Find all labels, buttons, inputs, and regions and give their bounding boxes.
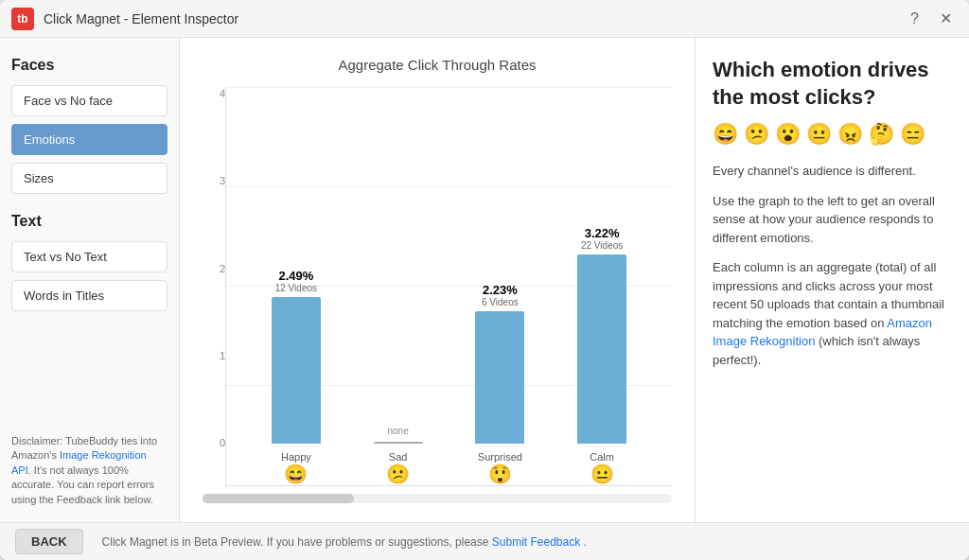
app-logo: tb	[11, 8, 34, 30]
main-chart-area: Aggregate Click Through Rates 0 1 2 3 4	[180, 38, 695, 522]
text-section-title: Text	[11, 213, 167, 230]
titlebar: tb Click Magnet - Element Inspector ? ✕	[0, 0, 969, 38]
bar-calm	[577, 254, 626, 444]
bar-group-calm: 3.22% 22 Videos Calm 😐	[577, 226, 626, 485]
y-axis: 0 1 2 3 4	[203, 88, 225, 486]
help-button[interactable]: ?	[905, 8, 925, 29]
back-button[interactable]: BACK	[15, 529, 83, 554]
bar-label-calm: 3.22% 22 Videos	[581, 226, 623, 251]
bar-label-sad: none	[388, 426, 409, 438]
submit-feedback-link[interactable]: Submit Feedback	[492, 535, 580, 549]
chart-title: Aggregate Click Through Rates	[203, 57, 672, 73]
bar-group-sad: none Sad 😕	[374, 426, 423, 485]
sidebar-disclaimer: Disclaimer: TubeBuddy ties into Amazon's…	[11, 434, 167, 507]
scrollbar-thumb[interactable]	[203, 494, 354, 503]
bar-bottom-calm: Calm 😐	[590, 451, 614, 485]
sizes-button[interactable]: Sizes	[11, 163, 167, 194]
emoji-angry: 😠	[837, 122, 863, 147]
bar-bottom-surprised: Surprised 😲	[478, 451, 522, 485]
bars-row: 2.49% 12 Videos Happy 😄	[226, 88, 672, 485]
bar-sad	[374, 442, 423, 444]
emoji-surprised: 😮	[775, 122, 801, 147]
bar-bottom-happy: Happy 😄	[281, 451, 311, 485]
faces-section-title: Faces	[11, 57, 167, 74]
text-vs-notext-button[interactable]: Text vs No Text	[11, 241, 167, 272]
bar-surprised	[475, 311, 524, 444]
main-window: tb Click Magnet - Element Inspector ? ✕ …	[0, 0, 969, 560]
close-button[interactable]: ✕	[934, 8, 958, 29]
y-label-3: 3	[203, 175, 225, 186]
bar-group-happy: 2.49% 12 Videos Happy 😄	[272, 269, 321, 485]
emoji-calm: 😐	[806, 122, 832, 147]
words-in-titles-button[interactable]: Words in Titles	[11, 280, 167, 311]
chart-container: 0 1 2 3 4	[203, 88, 672, 503]
amazon-rekognition-link[interactable]: Amazon Image Rekognition	[713, 316, 932, 349]
titlebar-actions: ? ✕	[905, 8, 958, 29]
right-panel-heading: Which emotion drives the most clicks?	[713, 57, 952, 111]
emoji-neutral: 😑	[900, 122, 925, 147]
right-panel: Which emotion drives the most clicks? 😄 …	[695, 38, 969, 522]
scrollbar-area[interactable]	[203, 494, 672, 503]
y-label-2: 2	[203, 263, 225, 274]
window-title: Click Magnet - Element Inspector	[44, 11, 905, 26]
disclaimer-link[interactable]: Image Rekognition API	[11, 449, 147, 475]
y-label-1: 1	[203, 350, 225, 361]
emotions-button[interactable]: Emotions	[11, 124, 167, 155]
y-label-0: 0	[203, 437, 225, 448]
emoji-happy: 😄	[713, 122, 738, 147]
bar-bottom-sad: Sad 😕	[386, 451, 410, 485]
right-panel-para1: Every channel's audience is different.	[713, 162, 952, 181]
bar-label-happy: 2.49% 12 Videos	[275, 269, 317, 293]
face-vs-noface-button[interactable]: Face vs No face	[11, 85, 167, 116]
bar-label-surprised: 2.23% 6 Videos	[482, 283, 519, 307]
footer: BACK Click Magnet is in Beta Preview. If…	[0, 522, 969, 560]
emoji-sad: 😕	[744, 122, 769, 147]
bar-group-surprised: 2.23% 6 Videos Surprised 😲	[475, 283, 524, 485]
chart-inner: 0 1 2 3 4	[203, 88, 672, 486]
bar-happy	[272, 297, 321, 444]
y-label-4: 4	[203, 88, 225, 99]
right-panel-para2: Use the graph to the left to get an over…	[713, 192, 952, 248]
sidebar: Faces Face vs No face Emotions Sizes Tex…	[0, 38, 180, 522]
emoji-confused: 🤔	[869, 122, 894, 147]
right-panel-para3: Each column is an aggregate (total) of a…	[713, 258, 952, 369]
footer-text: Click Magnet is in Beta Preview. If you …	[102, 535, 587, 549]
emoji-row: 😄 😕 😮 😐 😠 🤔 😑	[713, 122, 952, 147]
chart-plot: 2.49% 12 Videos Happy 😄	[225, 88, 672, 486]
content-area: Faces Face vs No face Emotions Sizes Tex…	[0, 38, 969, 522]
